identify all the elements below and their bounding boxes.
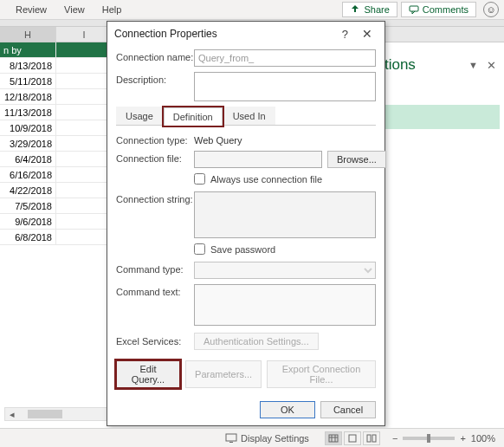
share-icon [350, 4, 360, 15]
ok-button[interactable]: OK [260, 401, 315, 418]
cell[interactable] [56, 152, 113, 167]
cell[interactable] [56, 120, 113, 136]
svg-rect-3 [329, 435, 338, 442]
svg-rect-2 [229, 442, 233, 443]
export-connection-button: Export Connection File... [267, 360, 376, 388]
command-type-select [194, 262, 376, 279]
cell[interactable] [56, 183, 113, 198]
dialog-title: Connection Properties [114, 28, 217, 40]
command-text-input[interactable] [194, 284, 376, 326]
svg-rect-0 [410, 6, 418, 11]
cell[interactable] [56, 89, 113, 105]
connection-name-input[interactable] [194, 49, 376, 67]
connection-type-label: Connection type: [116, 133, 194, 146]
browse-button[interactable]: Browse... [327, 151, 386, 168]
connection-item[interactable]: t_ [365, 105, 500, 129]
cell[interactable]: 8/13/2018 [0, 58, 56, 74]
cell[interactable]: 10/9/2018 [0, 120, 56, 136]
cell[interactable] [56, 167, 113, 183]
save-password-label: Save password [210, 244, 275, 255]
cell[interactable] [56, 74, 113, 89]
status-bar: Display Settings − + 100% [0, 428, 504, 447]
cell[interactable]: 7/5/2018 [0, 198, 56, 214]
display-settings-label: Display Settings [241, 433, 309, 444]
cell[interactable] [56, 214, 113, 230]
description-label: Description: [116, 72, 194, 85]
cell[interactable]: 9/6/2018 [0, 214, 56, 230]
command-text-label: Command text: [116, 284, 194, 297]
feedback-icon[interactable]: ☺ [483, 2, 499, 17]
excel-services-label: Excel Services: [116, 336, 187, 347]
scroll-thumb[interactable] [28, 410, 62, 418]
cell[interactable] [56, 230, 113, 245]
cell[interactable]: 5/11/2018 [0, 74, 56, 89]
connection-file-label: Connection file: [116, 151, 194, 164]
cell[interactable]: 6/4/2018 [0, 152, 56, 167]
always-use-label: Always use connection file [210, 174, 322, 185]
parameters-button: Parameters... [185, 360, 262, 388]
cell[interactable] [56, 198, 113, 214]
table-header-cell[interactable]: n by [0, 42, 56, 58]
description-input[interactable] [194, 72, 376, 101]
dialog-close-icon[interactable]: ✕ [357, 27, 378, 41]
connection-name-label: Connection name: [116, 49, 194, 62]
connection-file-input [194, 151, 322, 168]
edit-query-button[interactable]: Edit Query... [116, 360, 180, 388]
svg-rect-1 [226, 434, 236, 441]
zoom-slider[interactable] [403, 437, 455, 440]
svg-rect-9 [372, 435, 376, 442]
page-layout-view-button[interactable] [344, 431, 361, 445]
comment-icon [409, 4, 419, 15]
pane-menu-icon[interactable]: ▼ [468, 60, 478, 70]
display-settings-button[interactable]: Display Settings [225, 433, 309, 444]
comments-button[interactable]: Comments [401, 2, 476, 17]
zoom-level[interactable]: 100% [471, 433, 495, 444]
cancel-button[interactable]: Cancel [320, 401, 376, 418]
share-label: Share [364, 4, 389, 15]
cell[interactable] [56, 58, 113, 74]
comments-label: Comments [423, 4, 468, 15]
always-use-checkbox[interactable] [194, 173, 205, 185]
cell[interactable] [56, 42, 113, 58]
cell[interactable]: 11/13/2018 [0, 105, 56, 120]
cell[interactable] [56, 136, 113, 152]
cell[interactable]: 4/22/2018 [0, 183, 56, 198]
auth-settings-button: Authentication Settings... [194, 333, 319, 350]
share-button[interactable]: Share [342, 2, 397, 17]
normal-view-button[interactable] [325, 431, 342, 445]
pane-close-icon[interactable]: ✕ [487, 59, 496, 72]
command-type-label: Command type: [116, 262, 194, 275]
page-break-view-button[interactable] [363, 431, 380, 445]
connection-string-label: Connection string: [116, 191, 194, 204]
ribbon-tab-help[interactable]: Help [94, 0, 131, 19]
col-header-i[interactable]: I [56, 27, 113, 42]
ribbon-tab-view[interactable]: View [55, 0, 94, 19]
dialog-help-icon[interactable]: ? [333, 28, 357, 41]
col-header-h[interactable]: H [0, 27, 56, 42]
zoom-out-button[interactable]: − [392, 433, 397, 444]
cell[interactable] [56, 105, 113, 120]
connection-properties-dialog: Connection Properties ? ✕ Connection nam… [107, 21, 385, 426]
cell[interactable]: 6/8/2018 [0, 230, 56, 245]
dialog-tabs: Usage Definition Used In [116, 107, 376, 126]
queries-pane: ections ▼ ✕ t_ [365, 48, 500, 420]
ribbon-tabs: Review View Help Share Comments ☺ [0, 0, 504, 20]
tab-definition[interactable]: Definition [164, 107, 223, 126]
svg-rect-7 [349, 435, 356, 442]
connection-type-value: Web Query [194, 133, 242, 146]
tab-used-in[interactable]: Used In [223, 107, 275, 125]
scroll-left-icon[interactable]: ◂ [5, 409, 19, 420]
zoom-in-button[interactable]: + [460, 433, 465, 444]
tab-usage[interactable]: Usage [116, 107, 163, 125]
cell[interactable]: 3/29/2018 [0, 136, 56, 152]
cell[interactable]: 6/16/2018 [0, 167, 56, 183]
svg-rect-8 [367, 435, 371, 442]
connection-string-input [194, 191, 376, 238]
cell[interactable]: 12/18/2018 [0, 89, 56, 105]
ribbon-tab-review[interactable]: Review [7, 0, 55, 19]
save-password-checkbox[interactable] [194, 243, 205, 255]
monitor-icon [225, 433, 237, 444]
